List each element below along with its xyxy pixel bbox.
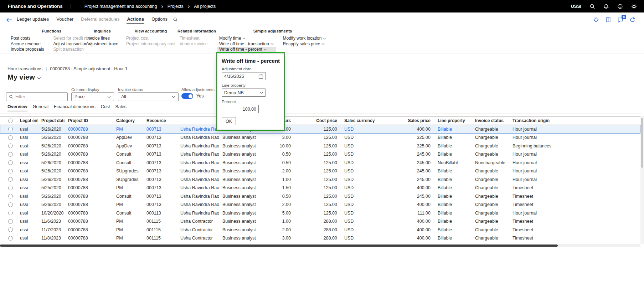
table-cell[interactable]: 0.50 — [262, 152, 294, 157]
table-cell[interactable]: 245.00 — [400, 177, 434, 182]
settings-gear-icon[interactable] — [631, 4, 637, 9]
table-cell[interactable]: PM — [113, 236, 143, 241]
table-cell[interactable]: 125.00 — [294, 152, 341, 157]
row-select-cell[interactable] — [4, 236, 16, 241]
table-cell[interactable]: Timesheet — [509, 194, 640, 199]
row-select-cell[interactable] — [4, 143, 16, 148]
ribbon-button[interactable]: Reapply sales price — [281, 41, 329, 47]
table-cell[interactable]: 5/26/2020 — [38, 194, 65, 199]
ribbon-button[interactable]: Invoice lines — [84, 36, 120, 41]
vertical-scrollbar-thumb[interactable] — [641, 118, 643, 168]
table-cell[interactable]: ussi — [16, 219, 38, 224]
row-select-cell[interactable] — [4, 152, 16, 157]
table-cell[interactable]: 2.00 — [262, 227, 294, 232]
table-row[interactable]: ussi5/26/202000000788Consult000713Usha R… — [0, 192, 640, 201]
table-cell[interactable]: 125.00 — [294, 177, 341, 182]
percent-input[interactable]: 100.00 — [222, 105, 259, 113]
table-cell[interactable]: 000713 — [143, 152, 177, 157]
table-cell[interactable]: 11/6/2023 — [38, 219, 65, 224]
table-cell[interactable]: Business analyst — [219, 202, 262, 207]
table-cell[interactable]: Timesheet — [509, 219, 640, 224]
table-cell[interactable]: 000713 — [143, 127, 177, 132]
table-cell[interactable]: USD — [341, 211, 400, 216]
table-cell[interactable]: AppDev — [113, 143, 143, 148]
table-cell[interactable]: USD — [341, 168, 400, 173]
table-cell[interactable]: 2.00 — [262, 168, 294, 173]
table-cell[interactable]: Business analyst — [219, 177, 262, 182]
table-cell[interactable]: 5/26/2020 — [38, 127, 65, 132]
table-cell[interactable]: ussi — [16, 135, 38, 140]
table-cell[interactable]: Billable — [434, 219, 472, 224]
ribbon-button[interactable]: Adjustment trace — [84, 41, 120, 47]
table-cell[interactable]: 0.50 — [262, 194, 294, 199]
table-cell[interactable]: Chargeable — [472, 185, 509, 190]
row-checkbox[interactable] — [8, 194, 13, 198]
table-cell[interactable]: 125.00 — [294, 143, 341, 148]
table-cell[interactable]: 400.00 — [400, 219, 434, 224]
table-cell[interactable]: Business analyst — [219, 236, 262, 241]
row-checkbox[interactable] — [8, 211, 13, 215]
table-cell[interactable]: USD — [341, 127, 400, 132]
back-arrow-icon[interactable] — [4, 17, 14, 22]
table-cell[interactable]: SUpgrades — [113, 177, 143, 182]
notifications-bell-icon[interactable] — [603, 4, 609, 9]
table-cell[interactable]: USD — [341, 202, 400, 207]
table-cell[interactable]: Business analyst — [219, 194, 262, 199]
table-cell[interactable]: Business analyst — [219, 211, 262, 216]
table-cell[interactable]: 5/26/2020 — [38, 152, 65, 157]
table-cell[interactable]: 00000788 — [65, 227, 113, 232]
row-select-cell[interactable] — [4, 227, 16, 232]
table-cell[interactable]: Chargeable — [472, 135, 509, 140]
table-cell[interactable]: 400.00 — [400, 127, 434, 132]
table-cell[interactable]: 000713 — [143, 135, 177, 140]
breadcrumb-item[interactable]: › Projects — [157, 4, 183, 9]
table-cell[interactable]: 5.00 — [262, 211, 294, 216]
table-cell[interactable]: Chargeable — [472, 219, 509, 224]
table-cell[interactable]: Chargeable — [472, 202, 509, 207]
table-cell[interactable]: 1.50 — [262, 185, 294, 190]
column-header[interactable]: Sales price — [400, 118, 434, 123]
table-cell[interactable]: 00000788 — [65, 143, 113, 148]
table-cell[interactable]: Business analyst — [219, 160, 262, 165]
table-cell[interactable]: 325.00 — [400, 143, 434, 148]
table-cell[interactable]: 125.00 — [294, 135, 341, 140]
table-row[interactable]: ussi5/26/202000000788AppDev000713Usha Ra… — [0, 142, 640, 150]
table-cell[interactable]: Billable — [434, 135, 472, 140]
table-cell[interactable]: 001115 — [143, 219, 177, 224]
filter-input[interactable] — [15, 94, 65, 99]
table-cell[interactable]: ussi — [16, 227, 38, 232]
select-all-cell[interactable] — [4, 119, 16, 123]
ribbon-button[interactable]: Timesheet — [177, 36, 210, 41]
horizontal-scrollbar[interactable] — [0, 244, 640, 247]
table-cell[interactable]: 288.00 — [294, 236, 341, 241]
table-cell[interactable]: Chargeable — [472, 194, 509, 199]
table-cell[interactable]: Business analyst — [219, 219, 262, 224]
table-cell[interactable]: 125.00 — [294, 160, 341, 165]
row-checkbox[interactable] — [8, 202, 13, 207]
table-cell[interactable]: PM — [113, 219, 143, 224]
table-cell[interactable]: 1.00 — [262, 219, 294, 224]
table-cell[interactable]: Usha Ravindra Rao — [177, 143, 219, 148]
ribbon-button[interactable]: Invoice proposals — [9, 47, 46, 52]
action-pane-tab[interactable]: Deferral schedules — [81, 16, 120, 24]
table-cell[interactable]: 00000788 — [65, 160, 113, 165]
table-cell[interactable]: Business analyst — [219, 143, 262, 148]
app-title[interactable]: Finance and Operations — [0, 4, 71, 9]
grid-tab[interactable]: General — [33, 104, 48, 111]
table-cell[interactable]: 001115 — [143, 227, 177, 232]
table-cell[interactable]: ussi — [16, 211, 38, 216]
table-cell[interactable]: 400.00 — [400, 185, 434, 190]
table-cell[interactable]: Usha Ravindra Rao — [177, 202, 219, 207]
row-checkbox[interactable] — [8, 169, 13, 173]
table-cell[interactable]: 325.00 — [400, 135, 434, 140]
table-cell[interactable]: Billable — [434, 202, 472, 207]
table-cell[interactable]: Timesheet — [509, 227, 640, 232]
table-cell[interactable]: Billable — [434, 152, 472, 157]
table-cell[interactable]: 5/26/2020 — [38, 168, 65, 173]
table-cell[interactable]: 5/26/2020 — [38, 135, 65, 140]
row-checkbox[interactable] — [8, 219, 13, 224]
table-cell[interactable]: 245.00 — [400, 168, 434, 173]
table-cell[interactable]: 00000788 — [65, 135, 113, 140]
table-cell[interactable]: Usha Ravindra Rao — [177, 211, 219, 216]
table-cell[interactable]: USD — [341, 227, 400, 232]
